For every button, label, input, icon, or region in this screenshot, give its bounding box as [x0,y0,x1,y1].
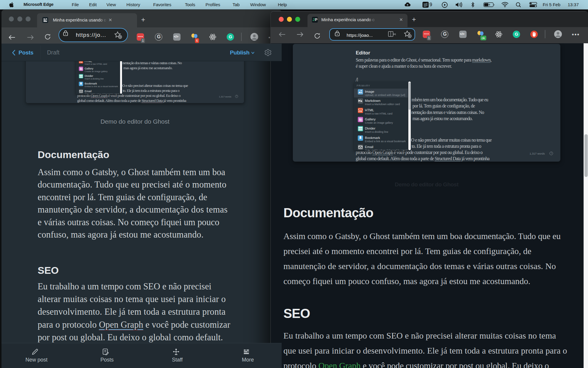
svg-text:HTML: HTML [79,62,83,63]
svg-text:HTML: HTML [358,110,363,112]
